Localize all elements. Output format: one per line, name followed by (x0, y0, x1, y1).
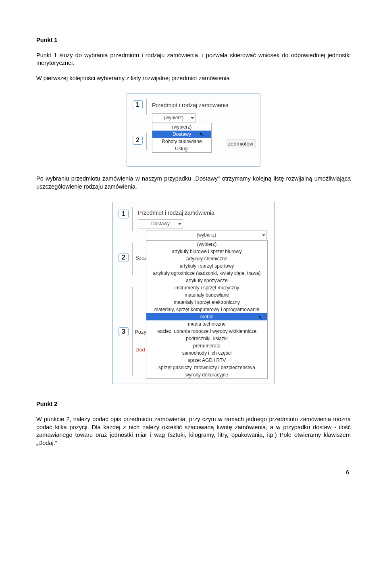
list-item[interactable]: odzież, ubrania robocze i wyroby włókien… (146, 328, 267, 335)
dropdown-arrow-icon (191, 117, 194, 119)
step-badge-2: 2 (119, 253, 129, 262)
list-item[interactable]: Roboty budowlane (152, 138, 211, 145)
pozy-label: Pozy (135, 329, 146, 335)
subject-select-value: (wybierz) (164, 115, 184, 121)
section-title: Przedmiot i rodzaj zamówienia (152, 102, 229, 108)
dropdown-arrow-icon (178, 223, 181, 225)
list-item[interactable]: instrumenty i sprzęt muzyczny (146, 284, 267, 291)
list-item[interactable]: materiały i sprzęt elektroniczny (146, 299, 267, 306)
step-badge-2: 2 (133, 136, 143, 145)
list-item[interactable]: artykuły chemiczne (146, 255, 267, 262)
screenshot-2-panel: 1 Przedmiot i rodzaj zamówienia Dostawy … (112, 202, 275, 384)
list-item[interactable]: podręczniki, książki (146, 335, 267, 342)
szcz-label: Szcz (135, 255, 147, 261)
truncated-tab-label: zedmiotów (226, 139, 256, 148)
list-item[interactable]: materiały budowlane (146, 291, 267, 299)
list-item[interactable]: (wybierz) (152, 123, 211, 131)
para1: Punkt 1 służy do wybrania przedmiotu i r… (36, 52, 351, 67)
cursor-icon: ↖ (200, 131, 204, 137)
subtype-select-value: (wybierz) (197, 232, 216, 238)
list-item[interactable]: (wybierz) (146, 241, 267, 248)
list-item[interactable]: artykuły ogrodnicze (sadzonki, kwiaty ci… (146, 270, 267, 277)
subtype-options-list[interactable]: (wybierz) artykuły biurowe i sprzęt biur… (146, 240, 268, 379)
heading-punkt1: Punkt 1 (36, 36, 351, 44)
step-badge-1: 1 (119, 210, 129, 218)
list-item[interactable]: sprzęt AGD i RTV (146, 357, 267, 364)
section-title: Przedmiot i rodzaj zamówienia (138, 210, 214, 216)
subject-select[interactable]: Dostawy (138, 219, 183, 229)
list-item[interactable]: meble (146, 313, 267, 320)
para3: Po wybraniu przedmiotu zamówienia w nasz… (36, 175, 351, 191)
list-item[interactable]: artykuły i sprzęt sportowy (146, 262, 267, 270)
cursor-icon: ↖ (258, 314, 263, 321)
page-number: 6 (36, 469, 351, 476)
list-item[interactable]: artykuły spożywcze (146, 277, 267, 284)
list-item[interactable]: prenumerata (146, 342, 267, 349)
list-item[interactable]: materiały, sprzęt komputerowy i oprogram… (146, 306, 267, 313)
list-item[interactable]: sprzęt gaśniczy, ratowniczy i bezpieczeń… (146, 364, 267, 371)
list-item[interactable]: media techniczne (146, 320, 267, 328)
heading-punkt2: Punkt 2 (36, 400, 351, 408)
subject-select-value: Dostawy (151, 221, 170, 226)
subtype-select[interactable]: (wybierz) (146, 231, 267, 240)
list-item[interactable]: artykuły biurowe i sprzęt biurowy (146, 248, 267, 255)
dodaj-link[interactable]: Dod (135, 347, 145, 353)
para2: W pierwszej kolejności wybieramy z listy… (36, 75, 351, 83)
list-item[interactable]: wyroby dekoracyjne (146, 371, 267, 378)
step-badge-3: 3 (119, 327, 129, 336)
subject-options-list[interactable]: (wybierz) Dostawy Roboty budowlane Usług… (152, 123, 212, 153)
subject-select[interactable]: (wybierz) (152, 113, 196, 123)
list-item[interactable]: samochody i ich części (146, 349, 267, 357)
list-item[interactable]: Usługi (152, 145, 211, 152)
step-badge-1: 1 (133, 100, 143, 109)
para4: W punkcie 2, należy podać opis przedmiot… (36, 416, 351, 447)
dropdown-arrow-icon (262, 235, 265, 237)
screenshot-1-panel: 1 Przedmiot i rodzaj zamówienia (wybierz… (127, 93, 260, 167)
